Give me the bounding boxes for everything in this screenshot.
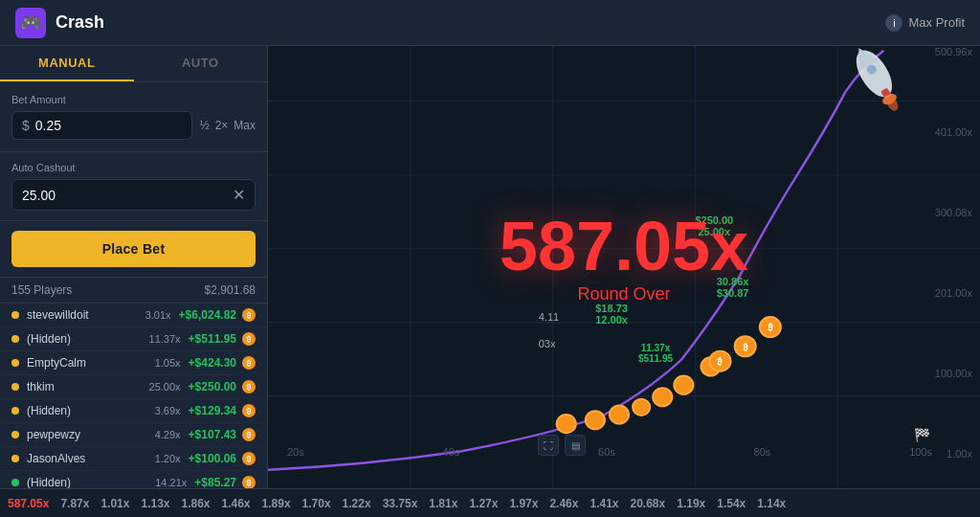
partial-label-2: 03x [539, 338, 556, 349]
player-dot [11, 335, 19, 343]
x-axis-label: 60s [598, 446, 615, 458]
main-content: MANUAL AUTO Bet Amount $ ½ 2× Max Auto C… [0, 46, 980, 488]
ticker-item: 1.41x [590, 497, 618, 510]
players-list: stevewilldoit 3.01x +$6,024.82 ₿ (Hidden… [0, 303, 267, 488]
bet-input[interactable] [35, 118, 93, 133]
bet-input-wrapper: $ [11, 111, 192, 140]
y-axis-label: 201.00x [935, 287, 972, 299]
svg-point-14 [674, 376, 693, 394]
y-axis-label: 300.08x [935, 207, 972, 218]
svg-point-10 [586, 411, 605, 429]
player-dot [11, 383, 19, 391]
svg-point-11 [610, 405, 629, 423]
svg-point-12 [633, 399, 650, 416]
tabs: MANUAL AUTO [0, 46, 267, 82]
bet-multipliers: ½ 2× Max [200, 119, 256, 132]
ticker-item: 1.27x [469, 497, 498, 510]
player-row: stevewilldoit 3.01x +$6,024.82 ₿ [0, 303, 267, 327]
players-count: 155 Players [11, 283, 72, 297]
ticker-item: 1.22x [343, 497, 371, 510]
place-bet-wrapper: Place Bet [0, 221, 267, 278]
header: 🎮 Crash i Max Profit [0, 0, 980, 46]
header-right: i Max Profit [885, 14, 965, 32]
round-over-text: Round Over [500, 284, 748, 304]
y-axis-label: 500.96x [935, 46, 972, 57]
ticker-item: 1.14x [757, 497, 786, 510]
double-button[interactable]: 2× [215, 119, 229, 132]
player-profit: +$85.27 [194, 476, 236, 488]
player-profit: +$100.06 [189, 452, 236, 465]
player-name: (Hidden) [27, 332, 149, 346]
ticker-item: 20.68x [631, 497, 666, 510]
player-row: pewpewzy 4.29x +$107.43 ₿ [0, 423, 267, 447]
player-row: EmptyCalm 1.05x +$424.30 ₿ [0, 351, 267, 375]
half-button[interactable]: ½ [200, 119, 210, 132]
player-multiplier: 1.05x [155, 357, 181, 369]
max-button[interactable]: Max [234, 119, 256, 132]
players-total: $2,901.68 [205, 283, 256, 297]
y-axis-label: 1.00x [935, 448, 972, 460]
ticker-item: 1.19x [677, 497, 705, 510]
multiplier-display: 587.05x Round Over [500, 212, 748, 304]
place-bet-button[interactable]: Place Bet [11, 231, 256, 267]
ticker-item: 1.54x [717, 497, 746, 510]
svg-point-9 [557, 415, 576, 433]
tab-auto[interactable]: AUTO [134, 46, 268, 81]
player-profit: +$107.43 [189, 428, 236, 441]
player-name: EmptyCalm [27, 356, 155, 370]
player-dot [11, 359, 19, 367]
player-row: (Hidden) 14.21x +$85.27 ₿ [0, 471, 267, 488]
player-multiplier: 11.37x [149, 333, 181, 345]
y-axis-labels: 500.96x401.00x300.08x201.00x100.00x1.00x [935, 46, 972, 460]
bet-label: Bet Amount [11, 94, 256, 105]
player-dot [11, 455, 19, 462]
cashout-label: Auto Cashout [11, 162, 256, 173]
bottom-ticker: 587.05x7.87x1.01x1.13x1.86x1.46x1.89x1.7… [0, 488, 980, 517]
ticker-item: 587.05x [8, 497, 49, 510]
layout-button[interactable]: ▤ [565, 435, 586, 456]
bitcoin-icon: ₿ [242, 380, 256, 393]
player-row: JasonAlves 1.20x +$100.06 ₿ [0, 447, 267, 471]
player-profit: +$424.30 [189, 356, 236, 370]
max-profit-label: Max Profit [908, 15, 965, 30]
player-profit: +$6,024.82 [179, 308, 236, 322]
player-name: (Hidden) [27, 476, 155, 488]
svg-point-13 [653, 388, 672, 406]
annotation-3-mult: 11.37x [638, 343, 673, 353]
fullscreen-button[interactable]: ⛶ [538, 435, 559, 456]
ticker-item: 33.75x [383, 497, 418, 510]
ticker-item: 1.70x [302, 497, 331, 510]
player-row: thkim 25.00x +$250.00 ₿ [0, 375, 267, 399]
cashout-close-button[interactable]: ✕ [233, 186, 245, 204]
ticker-item: 1.86x [181, 497, 210, 510]
player-multiplier: 14.21x [155, 477, 187, 488]
player-multiplier: 3.01x [145, 309, 171, 321]
player-multiplier: 25.00x [149, 381, 181, 393]
player-name: JasonAlves [27, 452, 155, 465]
x-axis-label: 40s [443, 446, 460, 458]
ticker-item: 1.89x [262, 497, 291, 510]
bitcoin-icon: ₿ [242, 428, 256, 441]
bitcoin-icon: ₿ [242, 476, 256, 488]
annotation-3: 11.37x $511.95 [638, 343, 673, 364]
cashout-controls: Auto Cashout ✕ [0, 152, 267, 221]
player-multiplier: 1.20x [155, 453, 181, 464]
player-name: (Hidden) [27, 404, 155, 417]
x-axis-labels: 20s40s60s80s100s [287, 446, 932, 458]
annotation-1: $18.73 12.00x [595, 303, 628, 326]
cashout-input[interactable] [22, 188, 233, 203]
bottom-icons: ⛶ ▤ [538, 435, 586, 456]
ticker-item: 1.81x [429, 497, 457, 510]
player-name: stevewilldoit [27, 308, 145, 322]
ticker-item: 1.01x [100, 497, 129, 510]
bitcoin-icon: ₿ [242, 452, 256, 465]
bitcoin-icon: ₿ [242, 404, 256, 417]
flag-icon: 🏁 [914, 427, 930, 442]
bitcoin-icon: ₿ [242, 356, 256, 370]
ticker-item: 7.87x [60, 497, 89, 510]
tab-manual[interactable]: MANUAL [0, 46, 134, 81]
y-axis-label: 100.00x [935, 368, 972, 379]
x-axis-label: 100s [909, 446, 932, 458]
player-profit: +$511.95 [189, 332, 236, 346]
cashout-input-row: ✕ [11, 179, 256, 211]
